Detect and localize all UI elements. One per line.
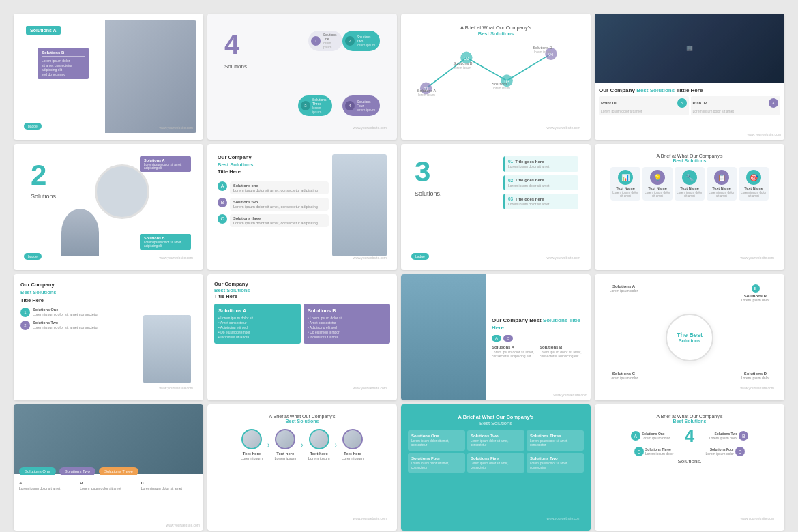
slide8-sub: Best Solutions (602, 158, 778, 163)
slide5-tag-b: Solutions B Lorem ipsum dolor sit amet, … (140, 234, 191, 250)
slide3-website: www.yourwebsite.com (547, 125, 580, 130)
slide-6: Our Company Best Solutions Title Here A … (207, 144, 397, 270)
slide-11: Our Company Best Solutions Title Here A … (401, 274, 591, 400)
slide3-sub: Best Solutions (408, 31, 584, 37)
slide1-website: www.yourwebsite.com (160, 125, 193, 130)
slide-8: A Brief at What Our Company's Best Solut… (595, 144, 784, 270)
slide12-orbit-d: Solutions D Lorem ipsum dolor (737, 372, 774, 380)
slide-7: 3 Solutions. 01 Title goes here Lorem ip… (401, 144, 591, 270)
slide15-sub: Best Solutions (408, 420, 584, 426)
slide12-orbit-a: Solutions A Lorem ipsum dolor (605, 284, 642, 293)
slide12-orbit-b: B Solutions B Lorem ipsum dolor (737, 284, 774, 302)
slide16-sub: Best Solutions (602, 419, 778, 424)
slide-16: A Brief at What Our Company's Best Solut… (595, 404, 784, 531)
slide-12: Solutions A Lorem ipsum dolor B Solution… (595, 274, 784, 400)
slide9-website: www.yourwebsite.com (160, 386, 193, 390)
svg-text:02: 02 (464, 56, 469, 61)
slide-13: Solutions One Solutions Two Solutions Th… (14, 404, 203, 531)
slide3-title: A Brief at What Our Company's (408, 25, 584, 31)
slide-14: A Brief at What Our Company's Best Solut… (207, 404, 397, 531)
slide2-layout: 4 Solutions. 1 Solutions Onelorem ipsum … (214, 24, 390, 133)
slide10-website: www.yourwebsite.com (353, 386, 387, 390)
slide1-solutions-b: Solutions B Lorem ipsum dolorsit amet co… (38, 48, 89, 79)
slide8-title: A Brief at What Our Company's (602, 153, 778, 158)
slide5-person (61, 209, 99, 256)
slide6-website: www.yourwebsite.com (353, 256, 387, 260)
slide-1: Solutions A Solutions B Lorem ipsum dolo… (14, 14, 203, 140)
slide5-website: www.yourwebsite.com (160, 256, 193, 260)
slide13-website: www.yourwebsite.com (166, 523, 200, 527)
slide1-bottom-badge: badge (24, 123, 42, 130)
slide14-website: www.yourwebsite.com (353, 516, 387, 520)
slide11-image (401, 274, 486, 400)
slide7-badge: badge (411, 253, 429, 260)
tag-a: Solutions A (26, 26, 61, 35)
slide12-website: www.yourwebsite.com (741, 386, 774, 390)
slide-3: A Brief at What Our Company's Best Solut… (401, 14, 591, 140)
slide4-website: www.yourwebsite.com (748, 132, 781, 136)
slide15-title: A Brief at What Our Company's (408, 414, 584, 420)
slide7-website: www.yourwebsite.com (547, 256, 580, 260)
slide12-center: The Best Solutions (666, 314, 713, 361)
slide2-website: www.yourwebsite.com (353, 125, 387, 130)
slide14-title: A Brief at What Our Company's (214, 414, 390, 419)
slide5-tag-a: Solutions A Lorem ipsum dolor sit amet, … (140, 156, 191, 172)
slide16-title: A Brief at What Our Company's (602, 414, 778, 419)
slide15-website: www.yourwebsite.com (547, 516, 580, 520)
slide16-website: www.yourwebsite.com (741, 516, 774, 520)
slide-15: A Brief at What Our Company's Best Solut… (401, 404, 591, 531)
slide-9: Our Company Best Solutions Title Here 1 … (14, 274, 203, 400)
slide4-title: Our Company Best Solutions Tittle Here (599, 87, 780, 93)
slide14-sub: Best Solutions (214, 419, 390, 424)
slide12-orbit-c: Solutions C Lorem ipsum dolor (605, 372, 642, 380)
slide6-person-img (332, 154, 387, 256)
slide-4: 🏢 Our Company Best Solutions Tittle Here… (595, 14, 784, 140)
slide1-image (105, 20, 196, 133)
slide-10: Our Company Best Solutions Title Here So… (207, 274, 397, 400)
slide-5: 2 Solutions. Solutions A Lorem ipsum dol… (14, 144, 203, 270)
slide-grid: Solutions A Solutions B Lorem ipsum dolo… (0, 0, 798, 532)
slide5-badge: badge (24, 253, 42, 260)
slide11-website: www.yourwebsite.com (554, 393, 587, 397)
slide-2: 4 Solutions. 1 Solutions Onelorem ipsum … (207, 14, 397, 140)
slide9-person (143, 315, 191, 383)
slide8-website: www.yourwebsite.com (741, 256, 774, 260)
